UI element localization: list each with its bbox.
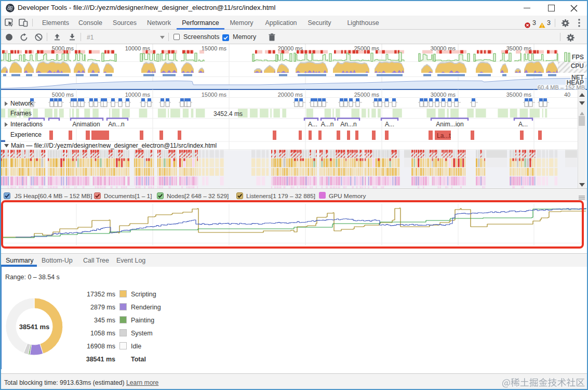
svg-text:15000 ms: 15000 ms	[202, 92, 227, 98]
svg-text:40: 40	[564, 92, 570, 98]
svg-text:30000 ms: 30000 ms	[431, 92, 456, 98]
svg-text:25000 ms: 25000 ms	[354, 92, 380, 98]
svg-text:5000 ms: 5000 ms	[52, 92, 74, 98]
svg-text:10000 ms: 10000 ms	[125, 92, 151, 98]
svg-text:35000 ms: 35000 ms	[506, 92, 532, 98]
svg-text:La...t: La...t	[437, 132, 451, 139]
svg-text:20000 ms: 20000 ms	[278, 92, 303, 98]
svg-text:15000 ms: 15000 ms	[202, 45, 227, 51]
